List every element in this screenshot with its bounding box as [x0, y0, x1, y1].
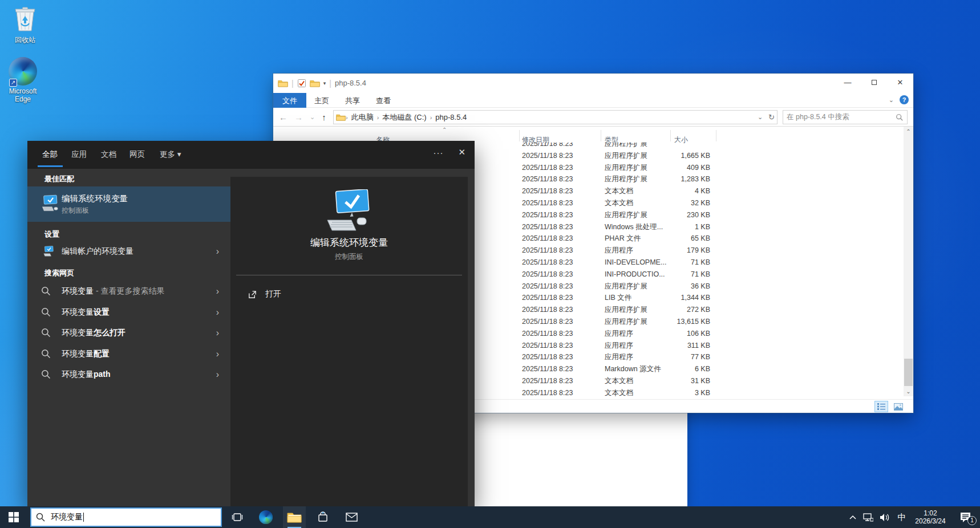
- search-preview-pane: 编辑系统环境变量 控制面板 打开: [230, 177, 468, 506]
- network-icon[interactable]: [860, 506, 876, 528]
- file-date: 2025/11/18 8:23: [522, 328, 573, 340]
- chevron-right-icon[interactable]: ›: [216, 328, 219, 338]
- desktop-icon-edge[interactable]: ↗ Microsoft Edge: [2, 57, 43, 103]
- scrollbar-thumb[interactable]: [904, 359, 913, 386]
- open-icon: [248, 290, 257, 299]
- search-tab-2[interactable]: 文档: [101, 149, 116, 160]
- scroll-down-icon[interactable]: ⌄: [904, 387, 913, 396]
- details-view-button[interactable]: [874, 401, 888, 412]
- search-tab-4[interactable]: 更多 ▾: [160, 149, 181, 160]
- taskbar-store-button[interactable]: [311, 506, 334, 528]
- recent-locations-icon[interactable]: ⌄: [310, 113, 315, 121]
- ribbon-expand-icon[interactable]: ⌄: [889, 96, 894, 104]
- file-size: 230 KB: [687, 209, 710, 221]
- file-date: 2025/11/18 8:23: [522, 150, 573, 162]
- back-icon[interactable]: ←: [279, 112, 287, 122]
- scroll-up-icon[interactable]: ⌃: [904, 127, 913, 136]
- file-size: 6 KB: [695, 363, 710, 375]
- breadcrumb-1[interactable]: 本地磁盘 (C:): [379, 112, 430, 123]
- action-center-button[interactable]: 1: [950, 506, 980, 528]
- up-icon[interactable]: ↑: [322, 112, 326, 122]
- ribbon-tab-3[interactable]: 查看: [368, 93, 399, 109]
- tray-expand-icon[interactable]: [845, 506, 860, 528]
- chevron-right-icon[interactable]: ›: [216, 286, 219, 297]
- web-suggestion-4[interactable]: 环境变量path›: [27, 364, 230, 385]
- web-suggestion-0[interactable]: 环境变量 - 查看更多搜索结果›: [27, 281, 230, 302]
- search-tab-1[interactable]: 应用: [71, 149, 87, 160]
- refresh-icon[interactable]: ↻: [768, 113, 775, 121]
- web-suggestion-2[interactable]: 环境变量怎么打开›: [27, 323, 230, 344]
- desktop-icon-recycle-bin[interactable]: 回收站: [5, 5, 46, 44]
- file-type: INI-PRODUCTIO...: [605, 269, 665, 281]
- file-date: 2025/11/18 8:23: [522, 340, 573, 352]
- ribbon-tab-1[interactable]: 主页: [306, 93, 337, 109]
- breadcrumb-0[interactable]: 此电脑: [348, 112, 377, 123]
- settings-item-account-env[interactable]: 编辑帐户的环境变量 ›: [27, 241, 230, 262]
- store-icon: [317, 511, 329, 523]
- clock[interactable]: 1:02 2026/3/24: [910, 506, 950, 528]
- options-icon[interactable]: ···: [433, 148, 443, 157]
- divider: [236, 275, 462, 275]
- file-size: 272 KB: [687, 304, 710, 316]
- forward-icon[interactable]: →: [294, 112, 303, 122]
- best-match-item[interactable]: 编辑系统环境变量 控制面板: [27, 186, 230, 222]
- column-headers: ⌃ 名称 修改日期 类型 大小: [273, 127, 904, 143]
- file-date: 2025/11/18 8:23: [522, 162, 573, 174]
- mail-icon: [346, 513, 358, 522]
- explorer-app-icon: [278, 79, 288, 87]
- breadcrumb-2[interactable]: php-8.5.4: [432, 113, 470, 121]
- taskbar-explorer-button[interactable]: [283, 506, 306, 528]
- text-cursor: [83, 513, 84, 522]
- settings-item-label: 编辑帐户的环境变量: [62, 246, 133, 257]
- task-view-button[interactable]: [226, 506, 249, 528]
- chevron-right-icon[interactable]: ›: [216, 349, 219, 359]
- file-date: 2025/11/18 8:23: [522, 316, 573, 328]
- properties-icon[interactable]: [297, 79, 306, 88]
- file-size: 1,344 KB: [681, 292, 710, 304]
- explorer-search-box[interactable]: 在 php-8.5.4 中搜索: [783, 110, 908, 124]
- notification-badge: 1: [967, 516, 977, 525]
- ribbon-tab-0[interactable]: 文件: [273, 93, 306, 109]
- minimize-button[interactable]: —: [835, 74, 861, 91]
- details-view-icon: [877, 403, 885, 410]
- search-tab-0[interactable]: 全部: [42, 149, 58, 160]
- taskbar-edge-button[interactable]: [254, 506, 277, 528]
- thumbnail-view-button[interactable]: [892, 401, 905, 412]
- new-folder-icon[interactable]: [310, 79, 320, 87]
- file-date: 2025/11/18 8:23: [522, 209, 573, 221]
- account-env-icon: [42, 246, 55, 257]
- qat-customize-icon[interactable]: ▾: [323, 80, 326, 86]
- file-size: 77 KB: [691, 351, 710, 363]
- start-button[interactable]: [0, 506, 27, 528]
- search-icon: [41, 328, 51, 338]
- web-suggestion-1[interactable]: 环境变量设置›: [27, 302, 230, 323]
- file-type: 应用程序: [605, 351, 633, 363]
- search-tab-3[interactable]: 网页: [129, 149, 145, 160]
- file-type: PHAR 文件: [605, 233, 641, 245]
- taskbar-mail-button[interactable]: [340, 506, 363, 528]
- close-button[interactable]: ✕: [887, 74, 913, 91]
- web-suggestion-3[interactable]: 环境变量配置›: [27, 344, 230, 365]
- chevron-right-icon[interactable]: ›: [216, 307, 219, 318]
- ime-indicator[interactable]: 中: [893, 506, 910, 528]
- open-action[interactable]: 打开: [248, 287, 281, 301]
- chevron-right-icon[interactable]: ›: [216, 369, 219, 380]
- chevron-right-icon[interactable]: ›: [216, 246, 219, 257]
- address-dropdown-icon[interactable]: ⌄: [758, 113, 763, 121]
- windows-logo-icon: [9, 512, 19, 522]
- file-date: 2025/11/18 8:23: [522, 197, 573, 209]
- taskbar-search-box[interactable]: 环境变量: [30, 507, 222, 527]
- address-bar[interactable]: ›此电脑›本地磁盘 (C:)›php-8.5.4 ⌄ ↻: [333, 110, 777, 124]
- file-type: 应用程序: [605, 340, 633, 352]
- ribbon-tab-2[interactable]: 共享: [337, 93, 368, 109]
- thumbnail-view-icon: [894, 403, 903, 411]
- help-icon[interactable]: ?: [900, 95, 909, 104]
- maximize-button[interactable]: [861, 74, 887, 91]
- volume-icon[interactable]: [876, 506, 893, 528]
- file-date: 2025/11/18 8:23: [522, 292, 573, 304]
- file-explorer-icon: [287, 511, 302, 523]
- vertical-scrollbar[interactable]: ⌃ ⌄: [904, 127, 913, 396]
- panel-close-icon[interactable]: ✕: [458, 147, 465, 157]
- file-type: 文本文档: [605, 387, 633, 399]
- search-icon: [41, 286, 51, 296]
